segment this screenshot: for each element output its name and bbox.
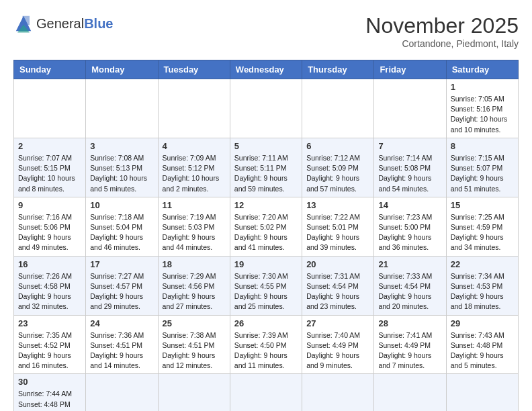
calendar-cell: 27Sunrise: 7:40 AM Sunset: 4:49 PM Dayli… (302, 315, 374, 374)
calendar-cell: 23Sunrise: 7:35 AM Sunset: 4:52 PM Dayli… (14, 315, 86, 374)
calendar-cell: 2Sunrise: 7:07 AM Sunset: 5:15 PM Daylig… (14, 138, 86, 197)
day-number: 3 (90, 141, 153, 151)
calendar-cell: 3Sunrise: 7:08 AM Sunset: 5:13 PM Daylig… (86, 138, 158, 197)
header: GeneralBlue November 2025 Cortandone, Pi… (13, 13, 519, 49)
day-number: 25 (163, 318, 226, 328)
week-row-2: 2Sunrise: 7:07 AM Sunset: 5:15 PM Daylig… (14, 138, 519, 197)
day-info: Sunrise: 7:12 AM Sunset: 5:09 PM Dayligh… (306, 153, 369, 194)
day-info: Sunrise: 7:30 AM Sunset: 4:55 PM Dayligh… (234, 271, 298, 312)
calendar-cell (86, 79, 158, 138)
day-header-monday: Monday (86, 60, 158, 79)
day-info: Sunrise: 7:39 AM Sunset: 4:50 PM Dayligh… (234, 330, 298, 371)
day-info: Sunrise: 7:33 AM Sunset: 4:54 PM Dayligh… (378, 271, 441, 312)
calendar-cell (14, 79, 86, 138)
day-number: 14 (378, 200, 441, 210)
day-header-tuesday: Tuesday (158, 60, 230, 79)
calendar-cell: 16Sunrise: 7:26 AM Sunset: 4:58 PM Dayli… (14, 256, 86, 315)
calendar-table: SundayMondayTuesdayWednesdayThursdayFrid… (13, 60, 519, 411)
calendar-cell: 4Sunrise: 7:09 AM Sunset: 5:12 PM Daylig… (158, 138, 230, 197)
day-number: 11 (163, 200, 226, 210)
day-number: 9 (18, 200, 81, 210)
calendar-cell: 12Sunrise: 7:20 AM Sunset: 5:02 PM Dayli… (230, 197, 302, 256)
calendar-cell (374, 374, 446, 411)
day-header-sunday: Sunday (14, 60, 86, 79)
day-number: 22 (451, 259, 514, 269)
day-info: Sunrise: 7:34 AM Sunset: 4:53 PM Dayligh… (451, 271, 514, 312)
day-number: 15 (451, 200, 514, 210)
calendar-cell (446, 374, 518, 411)
day-info: Sunrise: 7:09 AM Sunset: 5:12 PM Dayligh… (163, 153, 226, 194)
logo-general: General (36, 16, 84, 31)
calendar-cell: 26Sunrise: 7:39 AM Sunset: 4:50 PM Dayli… (230, 315, 302, 374)
day-info: Sunrise: 7:43 AM Sunset: 4:48 PM Dayligh… (451, 330, 514, 371)
day-header-saturday: Saturday (446, 60, 518, 79)
day-number: 21 (378, 259, 441, 269)
calendar-cell: 17Sunrise: 7:27 AM Sunset: 4:57 PM Dayli… (86, 256, 158, 315)
day-info: Sunrise: 7:07 AM Sunset: 5:15 PM Dayligh… (18, 153, 81, 194)
day-info: Sunrise: 7:25 AM Sunset: 4:59 PM Dayligh… (451, 212, 514, 253)
day-number: 28 (378, 318, 441, 328)
calendar-cell: 13Sunrise: 7:22 AM Sunset: 5:01 PM Dayli… (302, 197, 374, 256)
logo: GeneralBlue (13, 13, 114, 34)
day-number: 8 (451, 141, 514, 151)
calendar-cell: 6Sunrise: 7:12 AM Sunset: 5:09 PM Daylig… (302, 138, 374, 197)
calendar-cell (230, 79, 302, 138)
logo-text: GeneralBlue (36, 16, 114, 31)
day-number: 1 (451, 82, 514, 92)
logo-blue: Blue (84, 16, 113, 31)
day-info: Sunrise: 7:19 AM Sunset: 5:03 PM Dayligh… (163, 212, 226, 253)
calendar-cell (302, 374, 374, 411)
day-info: Sunrise: 7:31 AM Sunset: 4:54 PM Dayligh… (306, 271, 369, 312)
calendar-cell: 15Sunrise: 7:25 AM Sunset: 4:59 PM Dayli… (446, 197, 518, 256)
day-number: 7 (378, 141, 441, 151)
calendar-cell: 28Sunrise: 7:41 AM Sunset: 4:49 PM Dayli… (374, 315, 446, 374)
calendar-cell: 5Sunrise: 7:11 AM Sunset: 5:11 PM Daylig… (230, 138, 302, 197)
calendar-body: 1Sunrise: 7:05 AM Sunset: 5:16 PM Daylig… (14, 79, 519, 412)
day-info: Sunrise: 7:11 AM Sunset: 5:11 PM Dayligh… (234, 153, 298, 194)
day-number: 4 (163, 141, 226, 151)
day-number: 29 (451, 318, 514, 328)
day-number: 24 (90, 318, 153, 328)
calendar-cell (374, 79, 446, 138)
day-info: Sunrise: 7:38 AM Sunset: 4:51 PM Dayligh… (163, 330, 226, 371)
day-number: 10 (90, 200, 153, 210)
day-number: 2 (18, 141, 81, 151)
calendar-cell: 25Sunrise: 7:38 AM Sunset: 4:51 PM Dayli… (158, 315, 230, 374)
day-info: Sunrise: 7:23 AM Sunset: 5:00 PM Dayligh… (378, 212, 441, 253)
week-row-3: 9Sunrise: 7:16 AM Sunset: 5:06 PM Daylig… (14, 197, 519, 256)
day-number: 20 (306, 259, 369, 269)
day-number: 5 (234, 141, 298, 151)
calendar-cell: 19Sunrise: 7:30 AM Sunset: 4:55 PM Dayli… (230, 256, 302, 315)
day-info: Sunrise: 7:16 AM Sunset: 5:06 PM Dayligh… (18, 212, 81, 253)
day-info: Sunrise: 7:15 AM Sunset: 5:07 PM Dayligh… (451, 153, 514, 194)
calendar-cell (158, 374, 230, 411)
day-info: Sunrise: 7:18 AM Sunset: 5:04 PM Dayligh… (90, 212, 153, 253)
day-header-wednesday: Wednesday (230, 60, 302, 79)
svg-rect-2 (23, 16, 30, 26)
day-info: Sunrise: 7:14 AM Sunset: 5:08 PM Dayligh… (378, 153, 441, 194)
day-number: 26 (234, 318, 298, 328)
calendar-cell: 1Sunrise: 7:05 AM Sunset: 5:16 PM Daylig… (446, 79, 518, 138)
calendar-cell: 18Sunrise: 7:29 AM Sunset: 4:56 PM Dayli… (158, 256, 230, 315)
title-block: November 2025 Cortandone, Piedmont, Ital… (365, 13, 519, 49)
location-subtitle: Cortandone, Piedmont, Italy (365, 38, 519, 49)
calendar-cell: 14Sunrise: 7:23 AM Sunset: 5:00 PM Dayli… (374, 197, 446, 256)
day-info: Sunrise: 7:20 AM Sunset: 5:02 PM Dayligh… (234, 212, 298, 253)
calendar-header: SundayMondayTuesdayWednesdayThursdayFrid… (14, 60, 519, 79)
calendar-cell: 7Sunrise: 7:14 AM Sunset: 5:08 PM Daylig… (374, 138, 446, 197)
day-number: 30 (18, 377, 81, 387)
day-info: Sunrise: 7:08 AM Sunset: 5:13 PM Dayligh… (90, 153, 153, 194)
calendar-cell: 10Sunrise: 7:18 AM Sunset: 5:04 PM Dayli… (86, 197, 158, 256)
calendar-cell: 22Sunrise: 7:34 AM Sunset: 4:53 PM Dayli… (446, 256, 518, 315)
calendar-cell: 8Sunrise: 7:15 AM Sunset: 5:07 PM Daylig… (446, 138, 518, 197)
day-info: Sunrise: 7:40 AM Sunset: 4:49 PM Dayligh… (306, 330, 369, 371)
day-number: 16 (18, 259, 81, 269)
day-info: Sunrise: 7:41 AM Sunset: 4:49 PM Dayligh… (378, 330, 441, 371)
calendar-cell: 21Sunrise: 7:33 AM Sunset: 4:54 PM Dayli… (374, 256, 446, 315)
calendar-cell: 9Sunrise: 7:16 AM Sunset: 5:06 PM Daylig… (14, 197, 86, 256)
day-number: 13 (306, 200, 369, 210)
day-header-thursday: Thursday (302, 60, 374, 79)
calendar-cell: 24Sunrise: 7:36 AM Sunset: 4:51 PM Dayli… (86, 315, 158, 374)
day-number: 18 (163, 259, 226, 269)
calendar-cell: 11Sunrise: 7:19 AM Sunset: 5:03 PM Dayli… (158, 197, 230, 256)
